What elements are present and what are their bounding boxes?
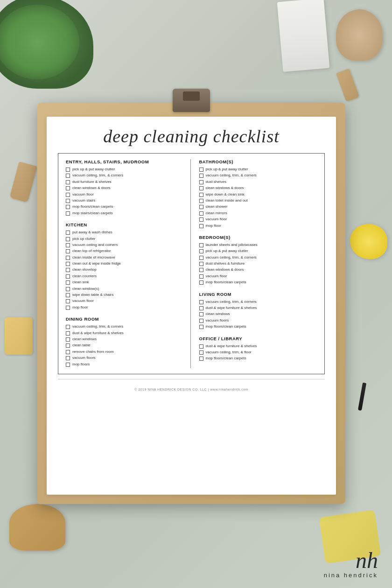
item-text: dust & wipe furniture & shelves <box>206 344 257 349</box>
checklist-border: ENTRY, HALLS, STAIRS, MUDROOM pick up & … <box>58 153 325 374</box>
checkbox[interactable] <box>199 186 203 190</box>
checkbox[interactable] <box>199 211 203 216</box>
list-item: clean shower <box>199 204 317 209</box>
item-text: clean counters <box>72 274 97 279</box>
checkbox[interactable] <box>66 293 70 297</box>
list-item: wipe down table & chairs <box>66 293 184 297</box>
item-text: mop stairs/clean carpets <box>72 211 113 216</box>
list-item: clean toilet inside and out <box>199 198 317 203</box>
checkbox[interactable] <box>66 168 70 172</box>
checkbox[interactable] <box>199 274 203 279</box>
checkbox[interactable] <box>66 287 70 291</box>
checkbox[interactable] <box>199 319 203 323</box>
checkbox[interactable] <box>66 280 70 285</box>
list-item: clean windows <box>199 312 317 316</box>
checkbox[interactable] <box>199 344 203 349</box>
checkbox[interactable] <box>66 262 70 266</box>
checkbox[interactable] <box>66 174 70 178</box>
list-item: mop floor <box>66 305 184 310</box>
item-text: clean windows & doors <box>72 186 111 190</box>
item-text: mop floor <box>72 305 88 310</box>
checkbox[interactable] <box>66 356 70 360</box>
item-text: wipe down & clean sink <box>206 192 245 197</box>
checkbox[interactable] <box>66 249 70 253</box>
item-text: dust & wipe furniture & shelves <box>72 331 124 336</box>
item-text: clean windows & doors <box>206 267 244 272</box>
checkbox[interactable] <box>66 205 70 209</box>
checkbox[interactable] <box>199 256 203 260</box>
checkbox[interactable] <box>66 199 70 203</box>
checkbox[interactable] <box>199 174 203 178</box>
checkbox[interactable] <box>66 337 70 342</box>
checkbox[interactable] <box>199 300 203 304</box>
checkbox[interactable] <box>66 268 70 272</box>
item-text: mop floors/clean carpets <box>206 324 246 329</box>
brand-logo: nh <box>324 549 378 572</box>
checkbox[interactable] <box>66 193 70 197</box>
checkbox[interactable] <box>199 357 203 361</box>
checkbox[interactable] <box>66 274 70 279</box>
item-text: dust shelves & furniture <box>206 261 245 266</box>
item-text: vacuum stairs <box>72 198 95 203</box>
list-item: put away & wash dishes <box>66 230 184 235</box>
item-text: clean window(s) <box>72 287 99 291</box>
checkbox[interactable] <box>66 256 70 260</box>
list-item: pick up clutter <box>66 237 184 241</box>
checkbox[interactable] <box>199 243 203 247</box>
plant-decoration <box>0 0 93 89</box>
checkbox[interactable] <box>66 343 70 348</box>
list-item: vacuum ceiling, trim, & corners <box>66 173 184 178</box>
checkbox[interactable] <box>199 199 203 203</box>
checkbox[interactable] <box>199 168 203 172</box>
list-item: vacuum ceiling, trim, & corners <box>66 324 184 329</box>
lemon-decoration <box>350 224 387 259</box>
checkbox[interactable] <box>66 350 70 354</box>
clipboard-clip <box>173 89 210 112</box>
checkbox[interactable] <box>199 224 203 228</box>
checkbox[interactable] <box>199 249 203 253</box>
item-text: vacuum floors <box>72 356 96 360</box>
checkbox[interactable] <box>66 331 70 336</box>
item-text: clean sink <box>72 280 89 285</box>
checkbox[interactable] <box>66 211 70 216</box>
checkbox[interactable] <box>66 180 70 184</box>
item-text: clean stovetop <box>72 267 97 272</box>
section-dining-title: DINING ROOM <box>66 316 184 322</box>
checkbox[interactable] <box>66 325 70 329</box>
item-text: wipe down table & chairs <box>72 293 114 297</box>
item-text: vacuum ceiling, trim, & corners <box>206 255 257 260</box>
list-item: vacuum ceiling, trim, & corners <box>199 300 317 304</box>
list-item: vacuum floor <box>66 299 184 303</box>
list-item: clean window(s) <box>66 287 184 291</box>
list-item: launder sheets and pillowcases <box>199 243 317 247</box>
section-office-title: OFFICE / LIBRARY <box>199 336 317 341</box>
list-item: clean windows & doors <box>199 186 317 190</box>
checkbox[interactable] <box>66 231 70 235</box>
checkbox[interactable] <box>66 306 70 310</box>
checkbox[interactable] <box>66 186 70 190</box>
checkbox[interactable] <box>199 312 203 316</box>
item-text: vacuum floor <box>206 274 227 279</box>
checkbox[interactable] <box>199 350 203 355</box>
checkbox[interactable] <box>199 268 203 272</box>
checkbox[interactable] <box>66 299 70 303</box>
checkbox[interactable] <box>199 325 203 329</box>
checkbox[interactable] <box>199 306 203 310</box>
checkbox[interactable] <box>199 217 203 222</box>
list-item: mop floors/clean carpets <box>199 356 317 361</box>
list-item: pick up & put away clutter <box>66 167 184 172</box>
checkbox[interactable] <box>199 180 203 184</box>
checkbox[interactable] <box>199 205 203 209</box>
checkbox[interactable] <box>66 237 70 241</box>
checkbox[interactable] <box>199 193 203 197</box>
checkbox[interactable] <box>66 363 70 367</box>
item-text: dust & wipe furniture & shelves <box>206 306 257 310</box>
list-item: vacuum floors <box>199 318 317 323</box>
checkbox[interactable] <box>199 280 203 285</box>
checkbox[interactable] <box>199 262 203 266</box>
list-item: vacuum ceiling, trim, & floor <box>199 350 317 355</box>
item-text: clean table <box>72 343 91 348</box>
list-item: clean sink <box>66 280 184 285</box>
list-item: clean out & wipe inside fridge <box>66 261 184 266</box>
checkbox[interactable] <box>66 243 70 247</box>
